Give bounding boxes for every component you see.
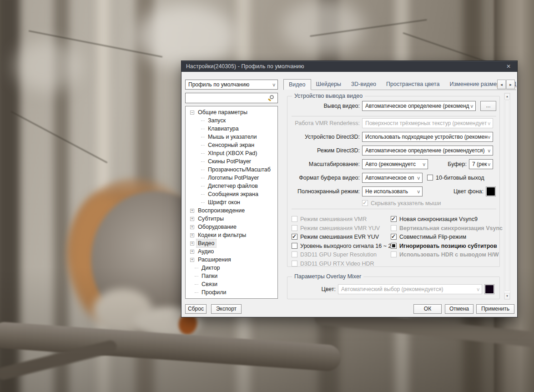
buffer-format-label: Формат буфера видео: <box>287 173 360 183</box>
hide-cursor-checkbox: Скрывать указатель мыши <box>362 200 441 206</box>
output-select[interactable]: Автоматическое определение (рекоменд <box>362 101 476 111</box>
tree-item-hardware[interactable]: Оборудование <box>186 223 277 231</box>
chevron-down-icon <box>418 173 420 182</box>
chevron-down-icon <box>488 119 491 128</box>
expand-icon[interactable] <box>190 209 194 213</box>
tree-item-extensions[interactable]: Расширения <box>186 256 277 264</box>
tree-item-mouse[interactable]: Мышь и указатели <box>186 133 277 141</box>
tree-item-logos[interactable]: Логотипы PotPlayer <box>186 174 277 182</box>
output-level-checkbox[interactable]: Уровень выходного сигнала 16 ~ 2... <box>292 242 396 249</box>
vmr-select: Поверхности трёхмерных текстур (рекоменд… <box>362 118 493 128</box>
ok-button[interactable]: ОК <box>413 304 442 314</box>
vmr-mix-yuv-checkbox: Режим смешивания VMR YUV <box>292 225 380 231</box>
cancel-button[interactable]: Отмена <box>445 304 474 314</box>
chevron-down-icon <box>418 187 420 196</box>
tree-item-video[interactable]: Видео <box>186 239 277 247</box>
expand-icon[interactable] <box>190 217 194 221</box>
scrollbar-down-icon[interactable] <box>504 293 510 299</box>
chevron-down-icon <box>488 160 491 169</box>
bg-color-label: Цвет фона: <box>436 186 484 196</box>
expand-icon[interactable] <box>190 258 194 262</box>
group-title: Параметры Overlay Mixer <box>292 273 363 280</box>
tab-video[interactable]: Видео <box>283 79 311 90</box>
tree-item-playback[interactable]: Воспроизведение <box>186 206 277 215</box>
tree-item-window-font[interactable]: Шрифт окон <box>186 198 277 206</box>
tree-item-transparency[interactable]: Прозрачность/Масштаб <box>186 166 277 174</box>
export-button[interactable]: Экспорт <box>211 304 242 314</box>
expand-icon[interactable] <box>190 225 194 229</box>
vmr-label: Работа VMR Renderless: <box>287 118 360 128</box>
tab-color-spaces[interactable]: Пространства цвета <box>381 79 444 90</box>
vmr-mix-checkbox: Режим смешивания VMR <box>292 216 367 222</box>
tree-item-keyboard[interactable]: Клавиатура <box>186 125 277 133</box>
chevron-down-icon <box>423 160 426 169</box>
tab-3d-video[interactable]: 3D-видео <box>346 79 381 90</box>
tab-bar: Видео Шейдеры 3D-видео Пространства цвет… <box>283 79 516 90</box>
fullscreen-select[interactable]: Не использовать <box>362 186 423 196</box>
d3d-mode-label: Режим Direct3D: <box>287 146 360 156</box>
tree-item-codecs[interactable]: Кодеки и фильтры <box>186 231 277 239</box>
tree-item-profiles[interactable]: Профили <box>186 288 277 297</box>
tree-item-xinput[interactable]: XInput (XBOX Pad) <box>186 149 277 157</box>
profile-select[interactable]: Профиль по умолчанию <box>185 80 278 90</box>
tree-item-audio[interactable]: Аудио <box>186 247 277 256</box>
reset-button[interactable]: Сброс <box>185 304 207 314</box>
vsync9-checkbox[interactable]: Новая синхронизация Vsync9 <box>391 216 478 222</box>
tab-scroll-right-icon[interactable] <box>506 80 515 89</box>
tree-item-associations[interactable]: Связи <box>186 280 277 288</box>
expand-icon[interactable] <box>190 233 194 237</box>
search-input[interactable] <box>185 93 278 103</box>
search-icon[interactable] <box>267 95 275 102</box>
titlebar[interactable]: Настройки(240305) - Профиль по умолчанию <box>181 61 517 72</box>
settings-tree: Общие параметры Запуск Клавиатура Мышь и… <box>185 106 278 299</box>
checkbox-box <box>362 200 368 206</box>
d3d11-rtx-hdr-checkbox: D3D11 GPU RTX Video HDR <box>292 260 374 267</box>
tree-item-subtitles[interactable]: Субтитры <box>186 215 277 223</box>
tab-scroll-left-icon[interactable] <box>497 80 506 89</box>
expand-icon[interactable] <box>190 241 194 246</box>
hdr-hw-checkbox: Использовать HDR с выводом H/W <box>391 251 499 258</box>
bg-color-swatch[interactable] <box>486 186 496 196</box>
chevron-down-icon <box>488 132 491 141</box>
tree-item-narrator[interactable]: Диктор <box>186 264 277 272</box>
chevron-down-icon <box>477 285 480 294</box>
buffer-format-select[interactable]: Автоматическое оп <box>362 173 423 183</box>
tree-item-file-manager[interactable]: Диспетчер файлов <box>186 182 277 190</box>
settings-window: Настройки(240305) - Профиль по умолчанию… <box>181 60 518 317</box>
output-more-button[interactable]: ... <box>480 101 496 111</box>
chevron-down-icon <box>488 146 491 155</box>
ignore-subtitle-pos-checkbox[interactable]: Игнорировать позицию субтитров <box>391 242 497 249</box>
expand-icon[interactable] <box>190 250 194 254</box>
tree-item-startup[interactable]: Запуск <box>186 116 277 125</box>
buffer-select[interactable]: 7 (рек <box>469 159 493 169</box>
buffer-label: Буфер: <box>436 159 467 169</box>
tree-item-touchscreen[interactable]: Сенсорный экран <box>186 141 277 149</box>
d3d11-super-res-checkbox: D3D11 GPU Super Resolution <box>292 251 377 258</box>
tab-shaders[interactable]: Шейдеры <box>311 79 347 90</box>
overlay-color-label: Цвет: <box>291 284 336 294</box>
ten-bit-checkbox[interactable]: 10-битовый выход <box>427 174 484 181</box>
checkbox-box[interactable] <box>427 175 433 181</box>
overlay-color-swatch[interactable] <box>484 284 494 294</box>
chevron-down-icon <box>273 80 276 89</box>
scrollbar-thumb[interactable] <box>505 100 509 291</box>
output-label: Вывод видео: <box>287 101 360 111</box>
tree-item-general[interactable]: Общие параметры <box>186 108 277 116</box>
scaling-select[interactable]: Авто (рекомендуетс <box>362 159 428 169</box>
scrollbar-up-icon[interactable] <box>504 93 510 100</box>
collapse-icon[interactable] <box>190 111 194 115</box>
d3d-device-select[interactable]: Использовать подходящее устройство (реко… <box>362 132 493 142</box>
evr-mix-yuv-checkbox[interactable]: Режим смешивания EVR YUV <box>292 233 379 240</box>
scaling-label: Масштабирование: <box>287 159 360 169</box>
close-icon[interactable] <box>503 61 514 72</box>
tree-item-osd[interactable]: Сообщения экрана <box>186 190 277 198</box>
d3d-mode-select[interactable]: Автоматическое определение (рекомендуетс… <box>362 146 493 156</box>
apply-button[interactable]: Применить <box>476 304 514 314</box>
scrollbar[interactable] <box>504 93 510 300</box>
profile-select-value: Профиль по умолчанию <box>188 81 249 88</box>
flip-mode-checkbox[interactable]: Совместимый Flip-режим <box>391 233 466 240</box>
chevron-down-icon <box>471 101 474 111</box>
tree-item-folders[interactable]: Папки <box>186 272 277 280</box>
tree-item-skins[interactable]: Скины PotPlayer <box>186 157 277 166</box>
overlay-color-select: Автоматический выбор (рекомендуется) <box>338 284 482 294</box>
